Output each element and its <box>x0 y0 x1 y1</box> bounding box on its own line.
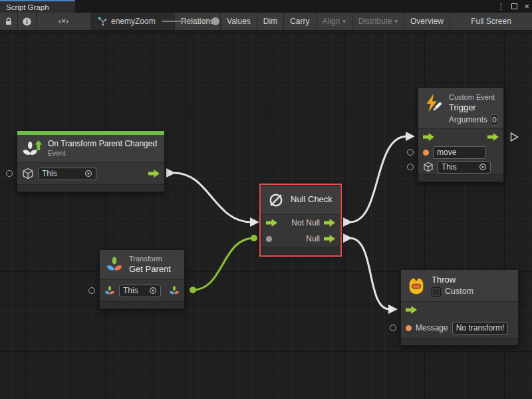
this-value: This <box>123 286 146 295</box>
code-view-button[interactable]: ‹×› <box>37 13 91 30</box>
tab-script-graph[interactable]: Script Graph <box>0 0 75 13</box>
transform-output-port[interactable] <box>169 285 180 296</box>
node-footer <box>401 338 518 345</box>
overview-button[interactable]: Overview <box>404 13 450 30</box>
arguments-label: Arguments <box>449 115 487 125</box>
custom-label: Custom <box>445 287 473 297</box>
unconnected-port-indicator <box>6 170 13 177</box>
port-row-this: This <box>418 160 503 174</box>
align-label: Align <box>323 17 340 26</box>
connection-null-to-throw[interactable] <box>343 233 398 314</box>
port-row-this: This <box>100 280 184 301</box>
node-custom-event-trigger[interactable]: Custom Event Trigger Arguments 0 <box>418 87 504 182</box>
dim-button[interactable]: Dim <box>257 13 284 30</box>
value-input-port[interactable] <box>266 236 272 242</box>
this-input-field[interactable]: This <box>438 161 491 174</box>
node-get-parent[interactable]: Transform Get Parent This <box>99 249 185 309</box>
align-dropdown[interactable]: Align ▾ <box>317 13 352 30</box>
flow-input-port[interactable] <box>423 133 434 141</box>
custom-checkbox[interactable] <box>432 287 441 297</box>
node-title: Get Parent <box>129 264 171 275</box>
flow-output-port[interactable] <box>324 219 335 227</box>
carry-label: Carry <box>290 17 309 26</box>
info-icon <box>22 17 32 27</box>
flow-output-port[interactable] <box>487 133 499 141</box>
flow-input-port[interactable] <box>406 306 417 314</box>
window-menu-icon[interactable]: ⋮ <box>497 3 505 11</box>
event-name-field[interactable]: move <box>433 146 486 159</box>
gameobject-cube-icon <box>22 168 34 180</box>
node-footer <box>418 174 503 182</box>
window-titlebar: Script Graph ⋮ × <box>0 0 532 13</box>
target-icon[interactable] <box>149 287 157 295</box>
string-port[interactable] <box>423 150 429 156</box>
graph-canvas[interactable]: On Transform Parent Changed Event This <box>0 31 532 399</box>
transform-icon <box>105 255 124 274</box>
maximize-icon[interactable] <box>511 3 517 9</box>
unconnected-port-indicator <box>407 164 414 170</box>
code-brackets-icon: ‹×› <box>59 17 68 26</box>
node-footer <box>100 301 184 309</box>
node-null-check[interactable]: Null Check Not Null Null <box>261 185 340 255</box>
throw-error-icon <box>406 276 426 296</box>
window-controls: ⋮ × <box>497 0 529 13</box>
transform-event-icon <box>23 139 43 159</box>
gameobject-cube-icon <box>423 162 434 172</box>
carry-button[interactable]: Carry <box>284 13 316 30</box>
node-header: Custom Event Trigger Arguments 0 <box>418 88 503 129</box>
zoom-slider-handle[interactable] <box>211 17 219 25</box>
flow-port-row <box>418 129 503 145</box>
custom-event-bolt-icon <box>424 93 444 113</box>
message-label: Message <box>416 323 448 332</box>
lock-icon <box>4 17 13 27</box>
node-title: Throw <box>432 275 473 285</box>
target-icon[interactable] <box>84 170 92 178</box>
this-input-field[interactable]: This <box>119 285 161 297</box>
node-subtitle: Event <box>48 149 157 158</box>
event-name-value: move <box>437 148 482 157</box>
tab-label: Script Graph <box>6 3 49 11</box>
node-header: On Transform Parent Changed Event <box>17 135 164 163</box>
full-screen-button[interactable]: Full Screen <box>450 13 532 30</box>
null-label: Null <box>306 234 320 243</box>
node-throw[interactable]: Throw Custom Message No transform! <box>400 269 519 346</box>
values-button[interactable]: Values <box>221 13 257 30</box>
info-button[interactable] <box>18 13 37 30</box>
message-input-field[interactable]: No transform! <box>452 322 508 334</box>
node-category: Custom Event <box>449 93 498 102</box>
flow-port-row <box>401 302 518 318</box>
transform-input-port[interactable] <box>104 285 115 296</box>
unconnected-port-indicator <box>407 149 414 156</box>
zoom-slider[interactable] <box>162 21 218 22</box>
this-value: This <box>42 169 82 178</box>
lock-button[interactable] <box>0 13 18 30</box>
flow-output-port[interactable] <box>324 235 335 243</box>
node-title: Null Check <box>291 194 332 205</box>
node-on-transform-parent-changed[interactable]: On Transform Parent Changed Event This <box>17 130 165 192</box>
connection-notnull-to-customevent[interactable] <box>343 132 415 227</box>
zoom-label: Zoom <box>135 17 156 26</box>
node-header: Throw Custom <box>401 270 518 302</box>
string-port[interactable] <box>406 325 412 331</box>
node-footer <box>17 184 164 192</box>
distribute-dropdown[interactable]: Distribute ▾ <box>352 13 404 30</box>
graph-breadcrumb-bar: enemy Zoom 1x <box>91 13 175 30</box>
full-screen-label: Full Screen <box>471 17 511 26</box>
flow-input-port[interactable] <box>266 219 277 227</box>
this-input-field[interactable]: This <box>38 168 96 180</box>
node-header: Transform Get Parent <box>100 250 184 280</box>
connection-getparent-to-nullcheck[interactable] <box>190 235 257 293</box>
node-category: Transform <box>129 255 171 264</box>
unconnected-port-indicator <box>88 287 95 294</box>
message-value: No transform! <box>456 323 504 332</box>
arguments-count-field[interactable]: 0 <box>491 114 498 126</box>
connection-event-to-nullcheck[interactable] <box>166 168 259 227</box>
graph-name[interactable]: enemy <box>111 17 135 26</box>
target-icon[interactable] <box>479 163 487 171</box>
null-check-icon <box>267 191 285 209</box>
graph-toolbar: ‹×› enemy Zoom 1x Relations Values Dim C… <box>0 13 532 31</box>
close-icon[interactable]: × <box>524 2 529 11</box>
this-value: This <box>442 162 476 172</box>
overview-label: Overview <box>410 17 444 26</box>
flow-output-port[interactable] <box>148 170 160 178</box>
